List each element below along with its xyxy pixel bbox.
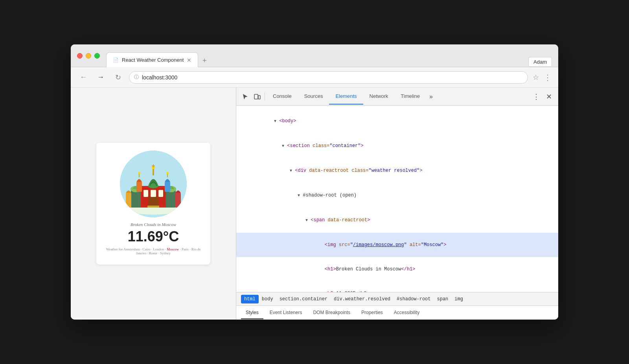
tag-close: > (360, 143, 363, 149)
close-button[interactable] (77, 53, 83, 59)
breadcrumb-span[interactable]: span (434, 295, 452, 303)
more-tabs-button[interactable]: » (426, 92, 436, 102)
html-tree[interactable]: ▼ <body> ▼ <section class="container"> ▼… (236, 106, 558, 292)
tree-h1[interactable]: <h1>Broken Clouds in Moscow</h1> (236, 257, 558, 281)
profile-button[interactable]: Adam (528, 57, 552, 67)
triangle-icon: ▼ (298, 193, 300, 198)
tag-img: <img (325, 242, 336, 248)
svg-rect-5 (151, 190, 156, 197)
breadcrumb-shadow[interactable]: #shadow-root (394, 295, 434, 303)
tag-open: <section (287, 143, 310, 149)
tag-open-div: <div (295, 168, 306, 173)
forward-button[interactable]: → (94, 71, 107, 84)
tag-img-close: > (443, 242, 446, 248)
tab-bar: 📄 React Weather Component ✕ + Adam (106, 44, 552, 67)
active-tab[interactable]: 📄 React Weather Component ✕ (106, 52, 198, 67)
tab-close-button[interactable]: ✕ (187, 57, 191, 63)
tab-network[interactable]: Network (363, 88, 395, 105)
inspector-tab-accessibility[interactable]: Accessibility (389, 307, 424, 319)
attr-class2: class= (351, 168, 368, 173)
breadcrumb-section[interactable]: section.container (276, 295, 331, 303)
url-text: localhost:3000 (142, 74, 523, 81)
inspector-tab-dom-breakpoints[interactable]: DOM Breakpoints (308, 307, 355, 319)
tree-h2[interactable]: <h2>11.69℃</h2> (236, 281, 558, 292)
element-selector-button[interactable] (239, 92, 251, 102)
device-toggle-button[interactable] (251, 92, 263, 102)
h1-text: Broken Clouds in Moscow (336, 267, 401, 272)
triangle-icon: ▼ (274, 119, 276, 123)
tab-elements[interactable]: Elements (329, 88, 363, 105)
svg-rect-20 (165, 182, 170, 192)
svg-rect-23 (126, 193, 131, 208)
tree-span[interactable]: ▼ <span data-reactroot> (236, 208, 558, 233)
devtools-close-button[interactable]: ✕ (543, 91, 555, 103)
attr-data-reactroot: data-reactroot (309, 168, 349, 173)
address-bar[interactable]: ⓘ localhost:3000 (129, 71, 528, 84)
tab-separator (265, 93, 265, 101)
page-content: Broken Clouds in Moscow 11.69°C Weather … (71, 88, 236, 320)
moscow-illustration (120, 151, 187, 217)
tab-timeline[interactable]: Timeline (394, 88, 426, 105)
tree-shadow-root[interactable]: ▼ #shadow-root (open) (236, 183, 558, 208)
tab-console[interactable]: Console (267, 88, 298, 105)
tree-div-weather[interactable]: ▼ <div data-reactroot class="weather res… (236, 158, 558, 183)
tab-page-icon: 📄 (113, 57, 119, 63)
devtools-panel: Console Sources Elements Network Timelin… (236, 88, 558, 320)
svg-rect-27 (258, 96, 260, 99)
tree-body[interactable]: ▼ <body> (236, 109, 558, 134)
tag-span-close: > (367, 217, 370, 223)
svg-rect-9 (166, 190, 176, 208)
breadcrumb-html[interactable]: html (241, 295, 259, 303)
shadow-root-text: #shadow-root (open) (303, 193, 357, 198)
inspector-tabs: Styles Event Listeners DOM Breakpoints P… (236, 305, 558, 320)
more-options-button[interactable]: ⋮ (544, 73, 552, 82)
reload-button[interactable]: ↻ (112, 71, 124, 84)
weather-temp: 11.69°C (128, 228, 179, 245)
traffic-lights (77, 53, 100, 59)
weather-image (120, 151, 187, 217)
svg-rect-17 (136, 182, 142, 192)
attr-src-link[interactable]: /images/moscow.png (353, 242, 404, 248)
browser-window: 📄 React Weather Component ✕ + Adam ← → ↻… (71, 44, 558, 320)
devtools-menu-button[interactable]: ⋮ (530, 91, 543, 103)
maximize-button[interactable] (94, 53, 100, 59)
attr-class: class= (313, 143, 329, 149)
svg-rect-25 (147, 206, 159, 208)
tree-section[interactable]: ▼ <section class="container"> (236, 134, 558, 158)
tab-title: React Weather Component (122, 57, 184, 63)
attr-span-reactroot: data-reactroot (327, 217, 367, 223)
breadcrumb-bar: html body section.container div.weather.… (236, 292, 558, 305)
triangle-icon: ▼ (305, 218, 308, 222)
attr-alt-val: "Moscow" (421, 242, 444, 248)
attr-src: src= (339, 242, 350, 248)
weather-subtitle: Broken Clouds in Moscow (131, 222, 176, 227)
svg-rect-6 (158, 190, 163, 197)
svg-point-22 (166, 172, 169, 174)
tab-sources[interactable]: Sources (298, 88, 329, 105)
svg-rect-13 (153, 168, 154, 175)
weather-city-highlight: Moscow (167, 247, 179, 251)
svg-point-12 (148, 184, 158, 188)
tree-img[interactable]: <img src="/images/moscow.png" alt="Mosco… (236, 233, 558, 257)
tag-h1-close: </h1> (401, 267, 415, 272)
minimize-button[interactable] (86, 53, 91, 59)
tag-h1: <h1> (325, 267, 336, 272)
attr-class-val: "container" (329, 143, 360, 149)
breadcrumb-img[interactable]: img (451, 295, 466, 303)
inspector-tab-styles[interactable]: Styles (241, 307, 263, 319)
inspector-tab-event-listeners[interactable]: Event Listeners (265, 307, 307, 319)
svg-rect-8 (131, 190, 141, 208)
tag-div-close: > (419, 168, 422, 173)
breadcrumb-div-weather[interactable]: div.weather.resolved (331, 295, 394, 303)
title-bar: 📄 React Weather Component ✕ + Adam (71, 44, 558, 67)
bookmark-button[interactable]: ☆ (533, 73, 539, 82)
breadcrumb-body[interactable]: body (259, 295, 276, 303)
new-tab-button[interactable]: + (198, 54, 211, 67)
weather-card: Broken Clouds in Moscow 11.69°C Weather … (96, 143, 210, 265)
attr-src-val: "/images/moscow.png" (350, 242, 407, 248)
svg-rect-24 (175, 193, 181, 208)
devtools-tab-bar: Console Sources Elements Network Timelin… (236, 88, 558, 106)
inspector-tab-properties[interactable]: Properties (357, 307, 388, 319)
svg-rect-4 (143, 190, 148, 197)
back-button[interactable]: ← (77, 71, 90, 84)
